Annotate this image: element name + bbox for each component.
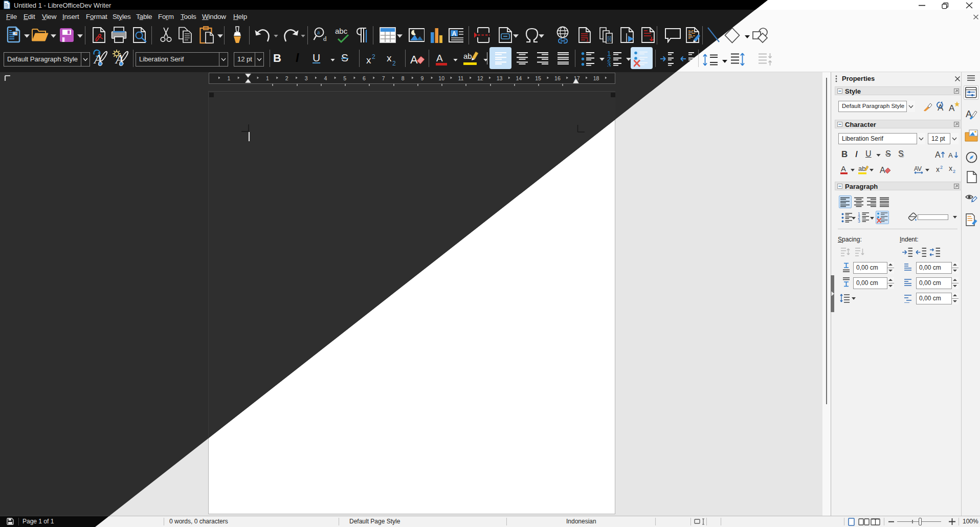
- svg-text:a: a: [317, 29, 320, 36]
- svg-text:4: 4: [324, 75, 327, 81]
- svg-text:14: 14: [516, 75, 522, 81]
- svg-text:A: A: [949, 103, 955, 112]
- svg-text:abc: abc: [335, 27, 348, 35]
- svg-text:6: 6: [363, 75, 366, 81]
- svg-text:2: 2: [940, 165, 943, 170]
- svg-text:A: A: [935, 150, 941, 159]
- svg-text:A: A: [410, 53, 418, 66]
- svg-text:9: 9: [420, 75, 424, 81]
- svg-text:12: 12: [477, 75, 483, 81]
- svg-text:16: 16: [554, 75, 561, 81]
- svg-text:A: A: [436, 53, 443, 63]
- svg-text:x: x: [936, 165, 940, 173]
- svg-text:A: A: [452, 30, 457, 37]
- svg-text:d: d: [323, 35, 327, 42]
- svg-text:x: x: [387, 53, 392, 63]
- svg-text:15: 15: [535, 75, 541, 81]
- svg-text:A: A: [880, 166, 885, 174]
- svg-text:x: x: [366, 55, 371, 65]
- svg-text:13: 13: [497, 75, 503, 81]
- svg-text:7: 7: [382, 75, 385, 81]
- svg-text:11: 11: [458, 75, 463, 81]
- svg-text:18: 18: [593, 75, 599, 81]
- svg-text:8: 8: [402, 75, 405, 81]
- svg-text:3: 3: [858, 218, 860, 223]
- svg-text:1: 1: [227, 75, 230, 81]
- svg-text:3: 3: [607, 61, 611, 67]
- svg-text:A: A: [948, 151, 953, 159]
- svg-text:2: 2: [285, 75, 288, 81]
- svg-text:ab: ab: [858, 165, 865, 172]
- svg-text:5: 5: [343, 75, 346, 81]
- svg-text:ab: ab: [463, 52, 472, 60]
- svg-text:2: 2: [392, 60, 396, 65]
- svg-text:10: 10: [438, 75, 444, 81]
- svg-text:3: 3: [305, 75, 308, 81]
- svg-text:1: 1: [266, 75, 269, 81]
- svg-text:2: 2: [372, 53, 375, 60]
- svg-text:A: A: [841, 164, 846, 173]
- svg-text:x: x: [949, 165, 952, 172]
- svg-text:1: 1: [586, 36, 589, 42]
- svg-text:[i]: [i]: [608, 36, 612, 41]
- svg-text:2: 2: [953, 169, 955, 173]
- svg-text:AV: AV: [914, 165, 922, 172]
